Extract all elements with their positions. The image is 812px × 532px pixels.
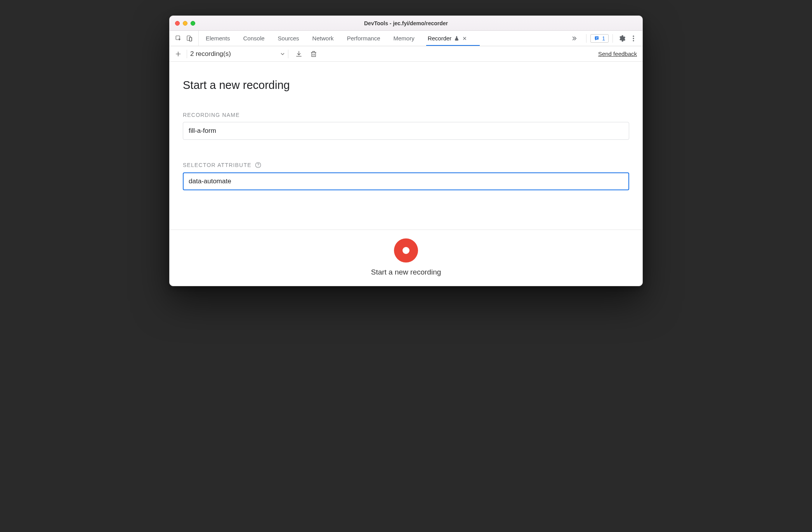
recording-name-label: RECORDING NAME: [183, 112, 629, 118]
panel-tabs: Elements Console Sources Network Perform…: [199, 31, 567, 46]
svg-point-10: [258, 166, 258, 167]
tab-performance[interactable]: Performance: [347, 31, 380, 46]
more-menu-icon[interactable]: [628, 33, 638, 43]
devtools-tabstrip: Elements Console Sources Network Perform…: [170, 31, 642, 46]
tab-console[interactable]: Console: [243, 31, 265, 46]
selector-attribute-label: SELECTOR ATTRIBUTE: [183, 162, 252, 168]
recorder-footer: Start a new recording: [170, 229, 642, 286]
tab-sources[interactable]: Sources: [278, 31, 299, 46]
svg-rect-4: [596, 37, 598, 38]
tab-network[interactable]: Network: [312, 31, 334, 46]
new-recording-button[interactable]: [174, 49, 183, 59]
svg-rect-5: [596, 38, 597, 38]
recordings-dropdown-label: 2 recording(s): [190, 50, 231, 58]
selector-attribute-input[interactable]: [183, 172, 629, 190]
page-heading: Start a new recording: [183, 79, 629, 92]
window-zoom-button[interactable]: [191, 21, 195, 26]
issues-button[interactable]: 1: [590, 34, 609, 43]
svg-point-7: [633, 38, 634, 39]
tab-memory[interactable]: Memory: [394, 31, 415, 46]
recording-name-input[interactable]: [183, 122, 629, 140]
recordings-dropdown[interactable]: 2 recording(s): [190, 50, 287, 58]
help-icon[interactable]: [255, 162, 262, 169]
chevron-down-icon: [279, 51, 286, 57]
close-tab-icon[interactable]: [462, 36, 467, 41]
window-controls: [175, 21, 195, 26]
tab-elements[interactable]: Elements: [206, 31, 230, 46]
inspect-element-icon[interactable]: [174, 34, 183, 43]
tab-label: Recorder: [428, 35, 452, 42]
separator: [187, 50, 187, 58]
send-feedback-link[interactable]: Send feedback: [598, 50, 638, 57]
tab-label: Sources: [278, 35, 299, 42]
tab-label: Network: [312, 35, 334, 42]
tabs-overflow-button[interactable]: [567, 31, 581, 46]
tab-recorder[interactable]: Recorder: [428, 31, 468, 46]
experiment-icon: [454, 35, 460, 41]
issues-count: 1: [602, 35, 605, 42]
start-recording-button[interactable]: [394, 238, 418, 263]
window-titlebar: DevTools - jec.fyi/demo/recorder: [170, 16, 642, 31]
devtools-window: DevTools - jec.fyi/demo/recorder Element…: [169, 16, 643, 286]
delete-icon[interactable]: [309, 50, 318, 58]
separator: [288, 50, 288, 58]
record-icon: [403, 247, 409, 254]
tab-label: Console: [243, 35, 265, 42]
recorder-start-panel: Start a new recording RECORDING NAME SEL…: [170, 62, 642, 229]
separator: [612, 34, 613, 43]
tab-label: Memory: [394, 35, 415, 42]
separator: [586, 34, 586, 43]
svg-point-8: [633, 40, 634, 41]
svg-point-6: [633, 35, 634, 37]
export-icon[interactable]: [295, 50, 303, 58]
start-recording-label: Start a new recording: [371, 268, 441, 276]
recording-name-field: RECORDING NAME: [183, 112, 629, 140]
svg-rect-2: [189, 37, 192, 41]
window-close-button[interactable]: [175, 21, 180, 26]
device-toolbar-icon[interactable]: [185, 34, 194, 43]
tab-label: Performance: [347, 35, 380, 42]
tab-label: Elements: [206, 35, 230, 42]
window-title: DevTools - jec.fyi/demo/recorder: [170, 20, 642, 26]
selector-attribute-field: SELECTOR ATTRIBUTE: [183, 162, 629, 190]
window-minimize-button[interactable]: [183, 21, 187, 26]
settings-icon[interactable]: [617, 33, 627, 43]
recorder-toolbar: 2 recording(s) Send feedback: [170, 46, 642, 62]
